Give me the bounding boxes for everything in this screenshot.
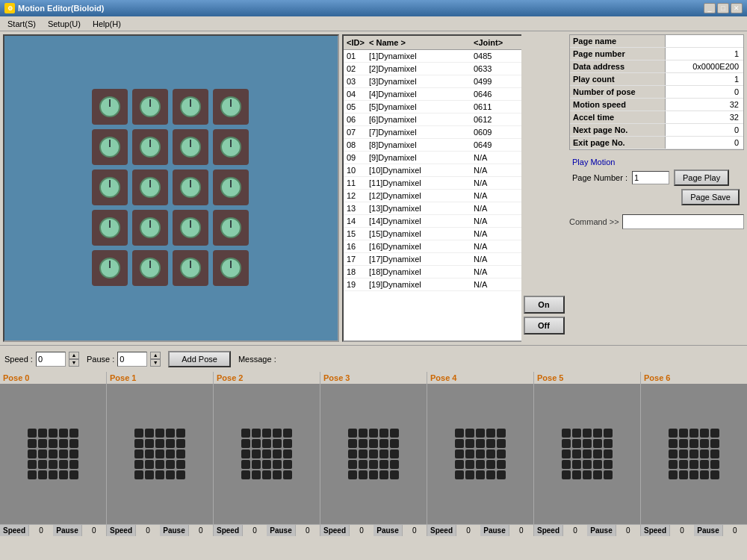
pose-servo-dot	[176, 460, 185, 469]
servo-list-row[interactable]: 03[3]Dynamixel0499	[344, 75, 521, 88]
close-button[interactable]: ✕	[731, 3, 743, 13]
pose-servo-dot	[28, 460, 37, 469]
bottom-pause-header: Pause	[694, 525, 722, 536]
bottom-speed-val: 0	[456, 525, 480, 536]
pose-servo-dot	[134, 449, 143, 458]
pose-servo-dot	[700, 460, 709, 469]
servo-rows: 01[1]Dynamixel048502[2]Dynamixel063303[3…	[344, 50, 521, 291]
pose-title: Pose 4	[427, 372, 533, 384]
pose-servo-dot	[379, 470, 388, 479]
command-input[interactable]	[622, 214, 744, 229]
pose-card[interactable]: Pose 1	[107, 372, 214, 524]
servo-list-row[interactable]: 16[16]DynamixelN/A	[344, 240, 521, 253]
menu-help[interactable]: Help(H)	[88, 19, 125, 29]
pose-servo-dot	[465, 470, 474, 479]
servo-list-row[interactable]: 04[4]Dynamixel0646	[344, 88, 521, 101]
pose-servo-dot	[28, 470, 37, 479]
pose-servo-dot	[710, 439, 719, 448]
robot-display	[92, 89, 250, 287]
pose-servo-dot	[572, 460, 581, 469]
pose-servo-dot	[710, 470, 719, 479]
bottom-speed-header: Speed	[107, 525, 136, 536]
pose-servo-dot	[593, 439, 602, 448]
menu-setup[interactable]: Setup(U)	[43, 19, 85, 29]
pose-card[interactable]: Pose 0	[0, 372, 107, 524]
pose-servo-dot	[166, 460, 175, 469]
message-label: Message :	[238, 355, 276, 364]
servo-list-row[interactable]: 19[19]DynamixelN/A	[344, 279, 521, 291]
speed-input[interactable]	[36, 352, 66, 367]
servo-list-row[interactable]: 07[7]Dynamixel0609	[344, 126, 521, 139]
pause-input[interactable]	[117, 352, 147, 367]
maximize-button[interactable]: □	[717, 3, 729, 13]
pose-card[interactable]: Pose 2	[214, 372, 320, 524]
pose-servo-dot	[476, 429, 485, 438]
pose-servo-dot	[28, 439, 37, 448]
page-number-input[interactable]	[632, 171, 669, 184]
servo-list-row[interactable]: 15[15]DynamixelN/A	[344, 228, 521, 240]
servo-list-row[interactable]: 06[6]Dynamixel0612	[344, 113, 521, 126]
pose-servo-dot	[669, 470, 678, 479]
bottom-col-group: Speed 0 Pause 0	[214, 525, 320, 536]
bottom-speed-val: 0	[29, 525, 53, 536]
pose-card[interactable]: Pose 6	[641, 372, 747, 524]
pause-up-arrow[interactable]: ▲	[150, 352, 161, 359]
page-save-button[interactable]: Page Save	[681, 189, 740, 205]
pose-servo-dot	[252, 439, 261, 448]
menu-start[interactable]: Start(S)	[3, 19, 40, 29]
bottom-speed-header: Speed	[0, 525, 29, 536]
pose-servo-dot	[59, 429, 68, 438]
servo-list-row[interactable]: 12[12]DynamixelN/A	[344, 190, 521, 202]
off-button[interactable]: Off	[524, 317, 565, 335]
property-row: Number of pose0	[570, 86, 743, 99]
pose-servo-dot	[476, 460, 485, 469]
bottom-speed-val: 0	[243, 525, 267, 536]
servo-list-row[interactable]: 05[5]Dynamixel0611	[344, 101, 521, 113]
pose-title: Pose 0	[0, 372, 106, 384]
pose-servo-dot	[359, 460, 368, 469]
on-off-container: On Off	[521, 34, 566, 342]
pose-servo-dot	[176, 470, 185, 479]
pose-servo-dot	[38, 449, 47, 458]
on-button[interactable]: On	[524, 296, 565, 314]
pose-servo-dot	[166, 470, 175, 479]
servo-list-row[interactable]: 01[1]Dynamixel0485	[344, 50, 521, 63]
speed-up-arrow[interactable]: ▲	[69, 352, 79, 359]
servo-list-row[interactable]: 10[10]DynamixelN/A	[344, 164, 521, 177]
props-table-inner: Page namePage number1Data address0x0000E…	[570, 35, 743, 149]
speed-down-arrow[interactable]: ▼	[69, 359, 79, 367]
servo-list-row[interactable]: 11[11]DynamixelN/A	[344, 177, 521, 190]
pose-servo-dot	[134, 460, 143, 469]
pose-servo-dot	[166, 439, 175, 448]
play-motion-row: Page Number : Page Play	[571, 168, 743, 187]
pause-down-arrow[interactable]: ▼	[150, 359, 161, 367]
prop-name: Page name	[570, 35, 666, 48]
servo-list-row[interactable]: 08[8]Dynamixel0649	[344, 139, 521, 152]
servo-list-row[interactable]: 14[14]DynamixelN/A	[344, 215, 521, 228]
pose-servo-dot	[155, 470, 164, 479]
pose-servo-dot	[700, 470, 709, 479]
pose-card[interactable]: Pose 3	[320, 372, 427, 524]
prop-value: 32	[666, 111, 743, 124]
servo-list-row[interactable]: 09[9]DynamixelN/A	[344, 152, 521, 164]
servo-display	[213, 169, 249, 205]
property-row: Next page No.0	[570, 124, 743, 137]
pose-card[interactable]: Pose 4	[427, 372, 534, 524]
pose-servo-dot	[572, 439, 581, 448]
servo-list-row[interactable]: 02[2]Dynamixel0633	[344, 63, 521, 75]
prop-name: Exit page No.	[570, 137, 666, 149]
servo-list-row[interactable]: 17[17]DynamixelN/A	[344, 253, 521, 266]
minimize-button[interactable]: _	[704, 3, 716, 13]
middle-panel: <ID> < Name > <Joint> 01[1]Dynamixel0485…	[342, 34, 566, 342]
pose-servo-dot	[273, 470, 282, 479]
add-pose-button[interactable]: Add Pose	[168, 351, 231, 367]
page-play-button[interactable]: Page Play	[674, 169, 729, 186]
pose-servo-dot	[562, 460, 571, 469]
robot-viewport	[3, 34, 339, 342]
pose-servo-dot	[369, 429, 378, 438]
servo-list-row[interactable]: 18[18]DynamixelN/A	[344, 266, 521, 279]
pose-card[interactable]: Pose 5	[534, 372, 641, 524]
servo-list-row[interactable]: 13[13]DynamixelN/A	[344, 202, 521, 215]
pose-servo-dot	[379, 449, 388, 458]
pose-servo-dot	[69, 439, 78, 448]
